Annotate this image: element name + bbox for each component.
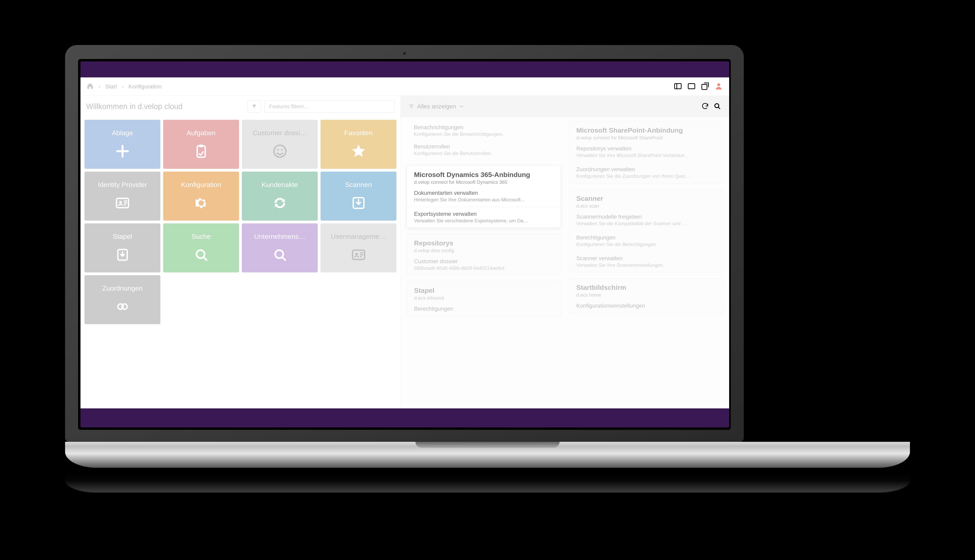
breadcrumb-sep: › bbox=[122, 83, 124, 90]
welcome-heading: Willkommen in d.velop cloud bbox=[86, 102, 244, 111]
config-plain-group: BenachrichtigungenKonfigurieren Sie die … bbox=[406, 121, 561, 159]
card-title: Repositorys bbox=[414, 239, 554, 247]
card-item-desc: b68bcadb-65d8-488b-8b09-0d40219aefed bbox=[414, 265, 554, 271]
card-title: Stapel bbox=[414, 287, 554, 294]
tile-label: Scannen bbox=[343, 181, 374, 188]
card-item[interactable]: Zuordnungen verwaltenKonfigurieren Sie d… bbox=[569, 162, 723, 183]
tile-grid: AblageAufgabenCustomer dossi…FavoritenId… bbox=[80, 117, 400, 327]
tile[interactable]: Ablage bbox=[84, 120, 161, 169]
panel-layout-icon[interactable] bbox=[674, 82, 682, 92]
card-subtitle: d.ecs inbound bbox=[414, 295, 554, 301]
card-item[interactable]: Konfigurationseinstellungen bbox=[569, 298, 723, 314]
config-plain-item[interactable]: BenachrichtigungenKonfigurieren Sie die … bbox=[406, 121, 561, 140]
tile-label: Konfiguration bbox=[179, 181, 223, 188]
tile-label: Suche bbox=[189, 233, 213, 240]
card-item[interactable]: Repositorys verwaltenVerwalten Sie Ihre … bbox=[569, 142, 723, 162]
app-window: ‹ Start › Konfiguration bbox=[80, 77, 729, 408]
config-card[interactable]: Microsoft SharePoint-Anbindungd.velop co… bbox=[569, 121, 723, 183]
tile-label: Customer dossi… bbox=[250, 129, 309, 137]
breadcrumb-sep: ‹ bbox=[99, 83, 100, 90]
plain-item-desc: Konfigurieren Sie die Benutzerrollen. bbox=[414, 151, 554, 156]
card-item-title: Customer dossier bbox=[414, 258, 554, 265]
tile-label: Usermanageme… bbox=[329, 233, 389, 240]
tile-label: Favoriten bbox=[342, 129, 375, 137]
download-icon bbox=[350, 195, 367, 212]
card-item[interactable]: Scannermodelle freigebenVerwalten Sie di… bbox=[569, 210, 723, 230]
tile[interactable]: Aufgaben bbox=[163, 120, 239, 169]
tile-label: Identity Provider bbox=[95, 181, 150, 188]
tile[interactable]: Favoriten bbox=[321, 120, 396, 169]
tile[interactable]: Usermanageme… bbox=[321, 223, 396, 272]
show-all-label: Alles anzeigen bbox=[417, 103, 456, 110]
plus-icon bbox=[114, 143, 131, 160]
card-item-title: Repositorys verwalten bbox=[576, 145, 716, 152]
tile-label: Unternehmens… bbox=[252, 233, 308, 240]
card-item-title: Dokumentarten verwalten bbox=[414, 190, 554, 196]
plain-item-desc: Konfigurieren Sie die Benachrichtigungen… bbox=[414, 132, 554, 137]
tile[interactable]: Customer dossi… bbox=[242, 120, 318, 169]
config-card[interactable]: Microsoft Dynamics 365-Anbindungd.velop … bbox=[406, 165, 561, 228]
card-item-title: Konfigurationseinstellungen bbox=[576, 303, 716, 309]
card-item[interactable]: Customer dossierb68bcadb-65d8-488b-8b09-… bbox=[407, 254, 561, 275]
tile[interactable]: Scannen bbox=[321, 172, 396, 221]
link-icon bbox=[114, 298, 131, 315]
topbar: ‹ Start › Konfiguration bbox=[80, 77, 729, 96]
config-card[interactable]: Stapeld.ecs inboundBerechtigungen bbox=[406, 281, 561, 317]
show-all-dropdown[interactable]: Alles anzeigen bbox=[409, 103, 465, 110]
tile[interactable]: Suche bbox=[163, 223, 239, 272]
card-subtitle: d.velop connect for Microsoft Dynamics 3… bbox=[414, 179, 554, 185]
user-avatar-icon[interactable] bbox=[714, 82, 723, 92]
filter-button[interactable] bbox=[248, 100, 261, 113]
search-icon bbox=[193, 247, 210, 263]
refresh-icon[interactable] bbox=[701, 102, 709, 111]
feature-filter-input[interactable] bbox=[264, 100, 395, 113]
idcard-icon bbox=[114, 195, 131, 212]
tile[interactable]: Zuordnungen bbox=[84, 275, 161, 324]
card-item[interactable]: Exportsysteme verwaltenVerwalten Sie ver… bbox=[407, 207, 561, 228]
card-item-desc: Hinterlegen Sie Ihre Dokumentarten aus M… bbox=[414, 197, 554, 203]
card-item-title: Berechtigungen bbox=[414, 306, 554, 312]
laptop-mockup: ‹ Start › Konfiguration bbox=[65, 45, 910, 493]
card-item[interactable]: Scanner verwaltenVerwalten Sie Ihre Scan… bbox=[569, 251, 723, 272]
card-subtitle: d.velop dms config bbox=[414, 248, 554, 253]
card-item[interactable]: BerechtigungenKonfigurieren Sie die Bere… bbox=[569, 230, 723, 251]
breadcrumb-current: Konfiguration bbox=[129, 83, 162, 90]
card-item-desc: Verwalten Sie verschiedene Exportsysteme… bbox=[414, 218, 554, 223]
card-item-title: Scanner verwalten bbox=[576, 255, 716, 262]
card-item-title: Scannermodelle freigeben bbox=[576, 213, 716, 220]
open-new-window-icon[interactable] bbox=[701, 82, 709, 92]
tile[interactable]: Stapel bbox=[84, 223, 161, 272]
tile-label: Ablage bbox=[110, 129, 135, 137]
panel-single-icon[interactable] bbox=[687, 82, 696, 92]
card-title: Startbildschirm bbox=[576, 283, 716, 292]
plain-item-title: Benutzerrollen bbox=[414, 143, 554, 150]
tile[interactable]: Unternehmens… bbox=[242, 223, 318, 272]
card-item-title: Zuordnungen verwalten bbox=[576, 166, 716, 173]
tile-label: Kundenakte bbox=[259, 181, 301, 188]
card-item[interactable]: Dokumentarten verwaltenHinterlegen Sie I… bbox=[407, 186, 561, 207]
tile[interactable]: Konfiguration bbox=[163, 172, 239, 221]
card-item-desc: Verwalten Sie Ihre Scannereinstellungen. bbox=[576, 262, 716, 268]
search-icon bbox=[271, 247, 288, 263]
search-icon[interactable] bbox=[713, 102, 721, 111]
config-pane: Alles anzeigen BenachrichtigungenKonfigu… bbox=[400, 96, 729, 408]
card-subtitle: d.ecs home bbox=[576, 292, 716, 298]
config-card[interactable]: Repositorysd.velop dms configCustomer do… bbox=[406, 234, 561, 275]
tile-label: Aufgaben bbox=[184, 129, 218, 137]
card-title: Scanner bbox=[576, 195, 716, 202]
tile[interactable]: Kundenakte bbox=[242, 172, 318, 221]
config-plain-item[interactable]: BenutzerrollenKonfigurieren Sie die Benu… bbox=[406, 140, 561, 159]
card-subtitle: d.ecs scan bbox=[576, 203, 716, 209]
clipboard-icon bbox=[193, 143, 210, 160]
breadcrumb-start[interactable]: Start bbox=[105, 83, 117, 90]
card-item-desc: Konfigurieren Sie die Zuordnungen von Ih… bbox=[576, 173, 716, 179]
card-item[interactable]: Berechtigungen bbox=[407, 302, 561, 317]
card-subtitle: d.velop connect for Microsoft SharePoint bbox=[576, 135, 716, 141]
config-card[interactable]: Scannerd.ecs scanScannermodelle freigebe… bbox=[569, 189, 723, 272]
tile-label: Stapel bbox=[110, 233, 134, 240]
config-card[interactable]: Startbildschirmd.ecs homeKonfigurationse… bbox=[569, 278, 723, 314]
tile[interactable]: Identity Provider bbox=[84, 172, 161, 221]
home-icon[interactable] bbox=[87, 82, 94, 91]
cycle-icon bbox=[271, 195, 288, 212]
tile-label: Zuordnungen bbox=[100, 284, 145, 292]
